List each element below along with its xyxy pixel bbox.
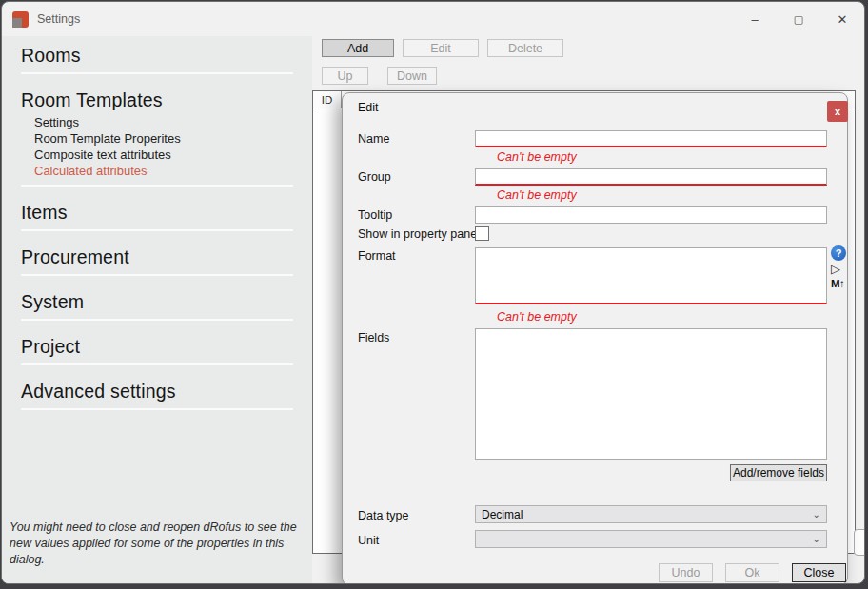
drofus-logo-icon [12,11,29,28]
sidebar-item-composite-text-attributes[interactable]: Composite text attributes [34,147,293,163]
down-button[interactable]: Down [387,67,437,85]
group-error: Can't be empty [497,188,577,202]
sidebar-heading-project[interactable]: Project [21,336,293,358]
sidebar-heading-rooms[interactable]: Rooms [21,45,293,67]
format-field[interactable] [475,247,827,304]
unit-dropdown[interactable]: ⌄ [475,530,827,548]
fields-listbox[interactable] [475,328,827,460]
tooltip-field[interactable] [475,206,827,224]
data-type-value: Decimal [482,508,523,521]
ok-button[interactable]: Ok [725,563,779,582]
undo-button[interactable]: Undo [659,563,713,582]
data-type-dropdown[interactable]: Decimal ⌄ [475,505,827,523]
name-error: Can't be empty [497,150,577,164]
sidebar-item-room-template-properites[interactable]: Room Template Properites [34,130,293,147]
settings-sidebar: Rooms Room Templates Settings Room Templ… [2,36,312,583]
sidebar-heading-items[interactable]: Items [21,202,293,224]
sidebar-section-advanced-settings[interactable]: Advanced settings [21,378,293,410]
play-icon[interactable]: ▷ [831,263,840,276]
show-in-property-pane-label: Show in property pane [358,227,477,241]
format-error: Can't be empty [497,310,577,324]
edit-button[interactable]: Edit [403,39,479,57]
window-title: Settings [37,12,80,26]
settings-close-button[interactable] [854,529,865,556]
dialog-close-icon[interactable]: x [827,101,848,122]
sidebar-section-room-templates: Room Templates Settings Room Template Pr… [21,87,293,187]
format-label: Format [358,249,396,263]
dialog-close-button[interactable]: Close [792,563,846,582]
name-field[interactable] [475,130,827,147]
help-icon[interactable]: ? [831,245,846,261]
tooltip-label: Tooltip [358,208,392,222]
chevron-down-icon: ⌄ [813,510,820,520]
sidebar-heading-advanced-settings[interactable]: Advanced settings [21,381,293,402]
sidebar-heading-procurement[interactable]: Procurement [21,246,293,268]
settings-window: Settings – ▢ ✕ Rooms Room Templates Sett… [1,1,865,584]
close-window-button[interactable]: ✕ [820,2,864,36]
show-in-property-pane-checkbox[interactable] [475,226,489,241]
sidebar-heading-system[interactable]: System [21,291,293,313]
restart-note: You might need to close and reopen dRofu… [10,520,301,568]
dialog-title: Edit [358,101,379,114]
titlebar: Settings – ▢ ✕ [2,2,864,36]
unit-label: Unit [358,534,379,547]
add-button[interactable]: Add [322,39,394,57]
data-type-label: Data type [358,509,409,522]
minimize-button[interactable]: – [733,2,777,36]
chevron-down-icon: ⌄ [813,535,820,544]
sidebar-item-calculated-attributes[interactable]: Calculated attributes [34,163,293,179]
sidebar-section-rooms[interactable]: Rooms [21,42,293,74]
sidebar-section-system[interactable]: System [21,288,293,321]
sidebar-section-items[interactable]: Items [21,199,293,231]
sidebar-item-settings[interactable]: Settings [34,114,293,130]
group-label: Group [358,170,391,184]
maximize-button[interactable]: ▢ [777,2,820,36]
fields-label: Fields [358,331,389,344]
sidebar-section-project[interactable]: Project [21,333,293,365]
add-remove-fields-button[interactable]: Add/remove fields [730,464,827,481]
up-button[interactable]: Up [322,67,368,85]
group-field[interactable] [475,168,827,186]
edit-dialog: Edit x Name Can't be empty Group Can't b… [342,92,848,584]
sidebar-section-procurement[interactable]: Procurement [21,244,293,276]
delete-button[interactable]: Delete [487,39,563,57]
column-header-id[interactable]: ID [313,91,342,108]
sidebar-heading-room-templates[interactable]: Room Templates [21,89,293,111]
name-label: Name [358,132,389,146]
macro-up-icon[interactable]: M↑ [831,278,844,289]
